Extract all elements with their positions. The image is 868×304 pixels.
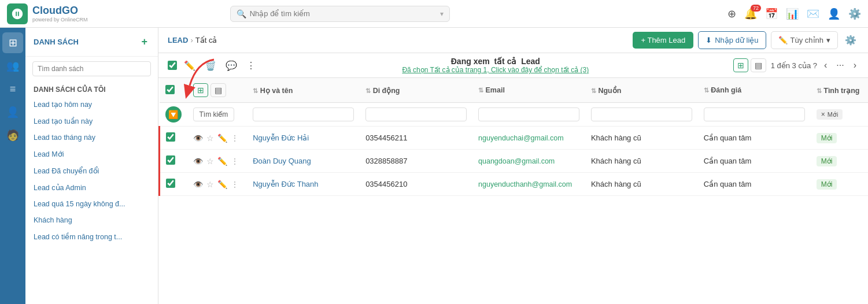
toolbar-sub-text[interactable]: Đã chọn Tất cả của trang 1, Click vào đâ…: [263, 66, 729, 74]
sidebar-add-button[interactable]: +: [139, 34, 150, 50]
row3-star-icon[interactable]: ☆: [206, 180, 214, 189]
nav-grid[interactable]: ⊞: [2, 32, 23, 53]
th-source: ⇅ Nguồn: [585, 78, 698, 103]
row1-view-icon[interactable]: 👁️: [193, 134, 203, 143]
search-phone-input[interactable]: [365, 107, 467, 121]
status-filter-badge[interactable]: × Mới: [817, 109, 843, 120]
import-button[interactable]: ⬇ Nhập dữ liệu: [698, 31, 766, 49]
sidebar-item-4[interactable]: Lead Đã chuyển đổi: [25, 162, 158, 179]
sidebar-item-5[interactable]: Lead của Admin: [25, 179, 158, 196]
search-row-rating: [698, 103, 811, 127]
customize-label: Tùy chỉnh: [791, 36, 823, 45]
delete-toolbar-button[interactable]: 🗑️: [202, 58, 219, 73]
search-input[interactable]: [250, 9, 437, 18]
add-lead-button[interactable]: + Thêm Lead: [633, 32, 693, 49]
select-all-checkbox[interactable]: [168, 61, 177, 70]
table-header-row: ⊞ ▤ ⇅ Họ và tên ⇅ Di động: [160, 78, 869, 103]
search-row-name: [247, 103, 360, 127]
pagination-more-button[interactable]: ···: [834, 58, 846, 73]
row2-checkbox-cell: [160, 150, 187, 173]
table-row: 👁️ ☆ ✏️ ⋮ Nguyễn Đức Thanh 035445621: [160, 173, 869, 196]
row3-edit-icon[interactable]: ✏️: [217, 180, 227, 189]
search-execute-button[interactable]: Tìm kiếm: [193, 107, 235, 121]
search-filter-row: 🔽 Tìm kiếm: [160, 103, 869, 127]
sidebar-item-7[interactable]: Khách hàng: [25, 212, 158, 228]
row2-source-cell: Khách hàng cũ: [585, 150, 698, 173]
settings-button[interactable]: ⚙️: [848, 8, 861, 20]
sidebar-item-3[interactable]: Lead Mới: [25, 146, 158, 162]
grid-view-button[interactable]: ⊞: [733, 58, 748, 72]
sidebar: DANH SÁCH + DANH SÁCH CỦA TÔI Lead tạo h…: [25, 28, 158, 304]
comment-toolbar-button[interactable]: 💬: [223, 58, 239, 73]
row1-email[interactable]: nguyenduchai@gmail.com: [478, 134, 564, 142]
search-rating-input[interactable]: [704, 107, 805, 121]
search-source-input[interactable]: [591, 107, 692, 121]
notifications-button[interactable]: 🔔 72: [744, 8, 757, 20]
th-grid-view[interactable]: ⊞: [193, 83, 208, 97]
sidebar-item-0[interactable]: Lead tạo hôm nay: [25, 96, 158, 113]
search-email-input[interactable]: [478, 107, 579, 121]
sidebar-item-8[interactable]: Lead có tiềm năng trong t...: [25, 228, 158, 245]
row1-edit-icon[interactable]: ✏️: [217, 134, 227, 143]
row2-status: Mới: [817, 156, 837, 166]
row3-checkbox[interactable]: [166, 179, 175, 188]
nav-person[interactable]: 👤: [2, 102, 23, 123]
import-label: Nhập dữ liệu: [715, 36, 758, 45]
pagination-prev-button[interactable]: ‹: [822, 58, 829, 73]
row3-status: Mới: [817, 179, 837, 190]
row3-view-icon[interactable]: 👁️: [193, 180, 203, 189]
more-toolbar-button[interactable]: ⋮: [244, 58, 258, 73]
th-email: ⇅ Email: [472, 78, 585, 103]
search-bar[interactable]: 🔍 ▾: [230, 6, 450, 22]
th-checkbox: [160, 78, 187, 103]
breadcrumb-current: Tất cả: [195, 36, 217, 45]
row2-email[interactable]: quangdoan@gmail.com: [478, 157, 555, 165]
calendar-button[interactable]: 📅: [765, 8, 778, 20]
edit-toolbar-button[interactable]: ✏️: [182, 58, 198, 73]
sidebar-search-input[interactable]: [32, 61, 151, 76]
breadcrumb-parent[interactable]: LEAD: [168, 36, 188, 45]
row2-view-icon[interactable]: 👁️: [193, 157, 203, 166]
search-name-input[interactable]: [253, 107, 354, 121]
row3-email[interactable]: nguyenducthanh@gmail.com: [478, 180, 572, 188]
row1-checkbox[interactable]: [166, 132, 175, 142]
th-list-view[interactable]: ▤: [210, 83, 226, 97]
nav-contacts[interactable]: 👥: [2, 55, 23, 76]
row3-checkbox-cell: [160, 173, 187, 196]
add-button[interactable]: ⊕: [727, 8, 736, 20]
mail-button[interactable]: ✉️: [807, 8, 819, 20]
row1-name-link[interactable]: Nguyễn Đức Hải: [253, 134, 309, 142]
row2-name-link[interactable]: Đoàn Duy Quang: [253, 157, 311, 165]
row3-name-link[interactable]: Nguyễn Đức Thanh: [253, 180, 318, 188]
row2-edit-icon[interactable]: ✏️: [217, 157, 227, 166]
row2-more-icon[interactable]: ⋮: [231, 157, 239, 166]
pagination-next-button[interactable]: ›: [851, 58, 859, 73]
customize-button[interactable]: ✏️ Tùy chỉnh ▾: [771, 31, 838, 49]
row1-actions-cell: 👁️ ☆ ✏️ ⋮: [187, 127, 248, 150]
user-profile-button[interactable]: 👤: [828, 8, 840, 20]
chevron-icon: ▾: [826, 36, 830, 45]
th-actions: ⊞ ▤: [187, 78, 248, 103]
nav-user[interactable]: 🧑: [2, 125, 23, 146]
sort-icon-status: ⇅: [817, 87, 822, 94]
sidebar-item-1[interactable]: Lead tạo tuần này: [25, 113, 158, 129]
row1-more-icon[interactable]: ⋮: [231, 134, 239, 143]
left-nav: ⊞ 👥 ≡ 👤 🧑: [0, 28, 25, 304]
row2-rating: Cần quan tâm: [704, 157, 751, 165]
dashboard-button[interactable]: 📊: [786, 8, 799, 20]
row2-star-icon[interactable]: ☆: [206, 157, 214, 166]
row1-checkbox-cell: [160, 127, 187, 150]
header-checkbox[interactable]: [165, 85, 175, 94]
row3-more-icon[interactable]: ⋮: [231, 180, 239, 189]
sidebar-item-6[interactable]: Lead quá 15 ngày không đ...: [25, 196, 158, 212]
mail-icon: ✉️: [807, 8, 819, 20]
row2-checkbox[interactable]: [166, 155, 175, 165]
th-phone: ⇅ Di động: [360, 78, 472, 103]
row1-star-icon[interactable]: ☆: [206, 134, 214, 143]
row3-source: Khách hàng cũ: [591, 180, 641, 188]
search-avatar-btn[interactable]: 🔽: [165, 106, 182, 123]
nav-list[interactable]: ≡: [2, 79, 23, 99]
list-view-button[interactable]: ▤: [751, 58, 766, 72]
settings-icon-button[interactable]: ⚙️: [843, 32, 859, 48]
sidebar-item-2[interactable]: Lead tao tháng này: [25, 129, 158, 146]
